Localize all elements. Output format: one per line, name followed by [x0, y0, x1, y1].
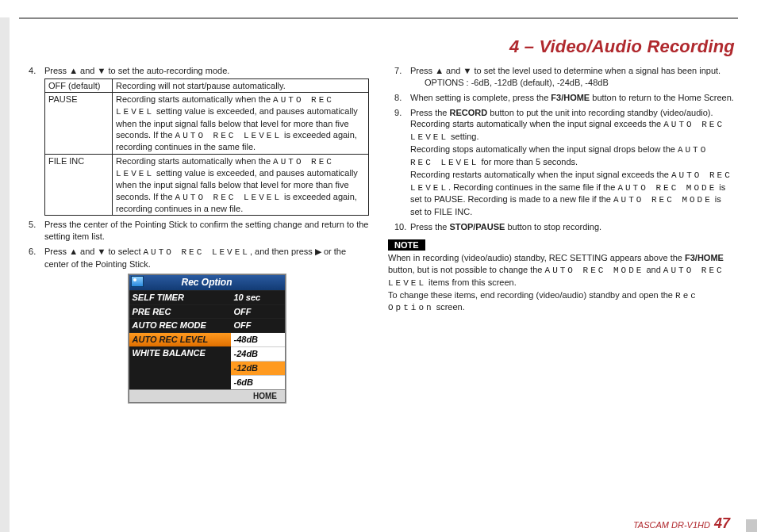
device-screenshot: Rec Option SELF TIMER10 sec PRE RECOFF A… [129, 274, 286, 403]
binding-gutter [0, 17, 10, 532]
cell-fileinc: FILE INC [45, 154, 113, 215]
camera-icon [131, 276, 144, 287]
device-sub-row: WHITE BALANCE-24dB [129, 346, 285, 361]
auto-rec-mode-table: OFF (default) Recording will not start/p… [44, 78, 369, 216]
step-6: Press ▲ and ▼ to select AUTO REC LEVEL, … [44, 246, 369, 403]
cell-off-desc: Recording will not start/pause automatic… [113, 78, 369, 92]
step9-line2: Recording stops automatically when the i… [410, 144, 735, 169]
note-para-1: When in recording (video/audio) standby,… [388, 252, 735, 289]
right-column: Press ▲ and ▼ to set the level used to d… [388, 65, 735, 406]
thumb-tab [746, 519, 757, 532]
steps-left: Press ▲ and ▼ to set the auto-recording … [22, 65, 369, 403]
device-sub-row-highlight: -12dB [129, 361, 285, 375]
note-badge: NOTE [388, 239, 425, 251]
cell-off: OFF (default) [45, 78, 113, 92]
content-columns: Press ▲ and ▼ to set the auto-recording … [0, 19, 757, 406]
step4-text: Press ▲ and ▼ to set the auto-recording … [44, 66, 229, 75]
step-7: Press ▲ and ▼ to set the level used to d… [410, 65, 735, 89]
left-column: Press ▲ and ▼ to set the auto-recording … [22, 65, 369, 406]
steps-right: Press ▲ and ▼ to set the level used to d… [388, 65, 735, 233]
model-label: TASCAM DR-V1HD [633, 520, 710, 530]
step-5: Press the center of the Pointing Stick t… [44, 219, 369, 243]
device-row: SELF TIMER10 sec [129, 290, 285, 304]
device-row: PRE RECOFF [129, 304, 285, 319]
device-row-selected: AUTO REC LEVEL-48dB [129, 332, 285, 346]
page: 4 – Video/Audio Recording Press ▲ and ▼ … [0, 17, 757, 532]
device-softkeys: HOME [129, 389, 285, 403]
step-10: Press the STOP/PAUSE button to stop reco… [410, 221, 735, 233]
step-9: Press the RECORD button to put the unit … [410, 107, 735, 219]
device-sub-row: -6dB [129, 375, 285, 389]
cell-pause-desc: Recording starts automatically when the … [113, 93, 369, 154]
table-row: OFF (default) Recording will not start/p… [45, 78, 369, 92]
table-row: FILE INC Recording starts automatically … [45, 154, 369, 215]
chapter-title: 4 – Video/Audio Recording [509, 36, 735, 57]
step-8: When setting is complete, press the F3/H… [410, 92, 735, 104]
cell-pause: PAUSE [45, 93, 113, 154]
page-number: 47 [714, 515, 730, 531]
cell-fileinc-desc: Recording starts automatically when the … [113, 154, 369, 215]
table-row: PAUSE Recording starts automatically whe… [45, 93, 369, 154]
device-title: Rec Option [129, 275, 285, 289]
step7-options: OPTIONS : -6dB, -12dB (default), -24dB, … [425, 77, 735, 89]
step-4: Press ▲ and ▼ to set the auto-recording … [44, 65, 369, 216]
page-footer: TASCAM DR-V1HD 47 [633, 515, 730, 532]
note-para-2: To change these items, end recording (vi… [388, 289, 735, 315]
step9-line3: Recording restarts automatically when th… [410, 169, 735, 218]
device-row: AUTO REC MODEOFF [129, 318, 285, 332]
